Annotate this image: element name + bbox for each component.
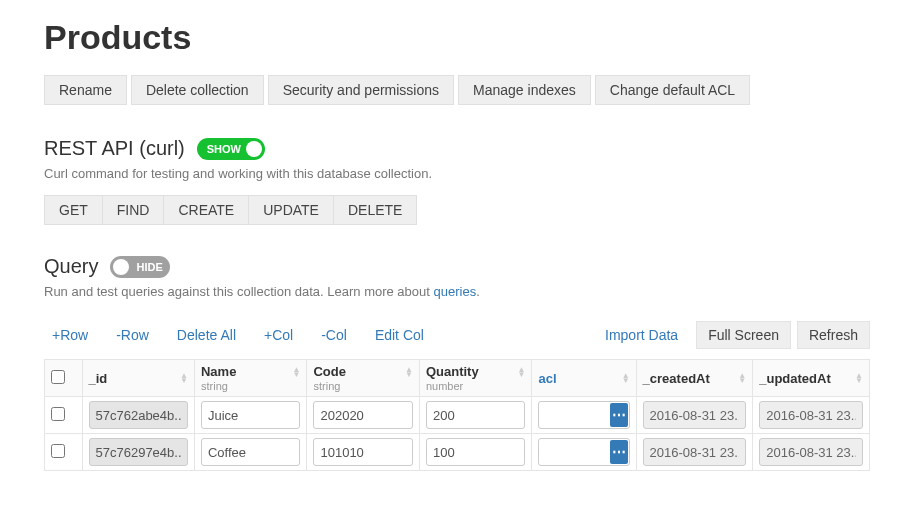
- column-header-name[interactable]: Name ▲▼ string: [194, 360, 306, 397]
- full-screen-button[interactable]: Full Screen: [696, 321, 791, 349]
- sort-icon: ▲▼: [855, 373, 863, 383]
- rest-api-toggle[interactable]: SHOW: [197, 138, 265, 160]
- rest-api-section: REST API (curl) SHOW Curl command for te…: [44, 137, 870, 229]
- import-data-button[interactable]: Import Data: [597, 323, 686, 347]
- row-checkbox[interactable]: [51, 444, 65, 458]
- change-default-acl-button[interactable]: Change default ACL: [595, 75, 750, 105]
- cell-updatedat[interactable]: [759, 401, 863, 429]
- cell-quantity[interactable]: [426, 438, 525, 466]
- query-description: Run and test queries against this collec…: [44, 284, 870, 299]
- toggle-label: HIDE: [136, 261, 162, 273]
- remove-row-button[interactable]: -Row: [108, 323, 157, 347]
- sort-icon: ▲▼: [738, 373, 746, 383]
- toggle-knob: [113, 259, 129, 275]
- rest-api-description: Curl command for testing and working wit…: [44, 166, 870, 181]
- rename-button[interactable]: Rename: [44, 75, 127, 105]
- add-col-button[interactable]: +Col: [256, 323, 301, 347]
- cell-code[interactable]: [313, 438, 412, 466]
- query-desc-suffix: .: [476, 284, 480, 299]
- rest-api-buttons: GET FIND CREATE UPDATE DELETE: [44, 195, 870, 229]
- find-button[interactable]: FIND: [102, 195, 164, 225]
- cell-createdat[interactable]: [643, 401, 747, 429]
- rest-api-heading: REST API (curl): [44, 137, 185, 160]
- collection-toolbar: Rename Delete collection Security and pe…: [44, 75, 870, 109]
- cell-id[interactable]: [89, 438, 188, 466]
- query-desc-prefix: Run and test queries against this collec…: [44, 284, 434, 299]
- column-header-quantity[interactable]: Quantity ▲▼ number: [419, 360, 531, 397]
- create-button[interactable]: CREATE: [163, 195, 248, 225]
- column-header-code[interactable]: Code ▲▼ string: [307, 360, 419, 397]
- select-all-checkbox[interactable]: [51, 370, 65, 384]
- column-name: _createdAt: [643, 371, 710, 386]
- refresh-button[interactable]: Refresh: [797, 321, 870, 349]
- select-all-header: [45, 360, 83, 397]
- column-type: string: [201, 380, 300, 392]
- remove-col-button[interactable]: -Col: [313, 323, 355, 347]
- table-row: ⋯: [45, 397, 870, 434]
- column-header-id[interactable]: _id ▲▼: [82, 360, 194, 397]
- delete-button[interactable]: DELETE: [333, 195, 417, 225]
- query-heading: Query: [44, 255, 98, 278]
- update-button[interactable]: UPDATE: [248, 195, 333, 225]
- column-type: number: [426, 380, 525, 392]
- cell-name[interactable]: [201, 401, 300, 429]
- sort-icon: ▲▼: [518, 367, 526, 377]
- row-checkbox[interactable]: [51, 407, 65, 421]
- sort-icon: ▲▼: [405, 367, 413, 377]
- delete-all-button[interactable]: Delete All: [169, 323, 244, 347]
- table-header-row: _id ▲▼ Name ▲▼ string: [45, 360, 870, 397]
- column-name: _id: [89, 371, 108, 386]
- cell-id[interactable]: [89, 401, 188, 429]
- table-action-bar: +Row -Row Delete All +Col -Col Edit Col …: [44, 321, 870, 349]
- manage-indexes-button[interactable]: Manage indexes: [458, 75, 591, 105]
- column-header-acl[interactable]: acl ▲▼: [532, 360, 636, 397]
- edit-col-button[interactable]: Edit Col: [367, 323, 432, 347]
- delete-collection-button[interactable]: Delete collection: [131, 75, 264, 105]
- acl-edit-button[interactable]: ⋯: [610, 440, 628, 464]
- acl-edit-button[interactable]: ⋯: [610, 403, 628, 427]
- data-table: _id ▲▼ Name ▲▼ string: [44, 359, 870, 471]
- cell-createdat[interactable]: [643, 438, 747, 466]
- sort-icon: ▲▼: [180, 373, 188, 383]
- column-type: string: [313, 380, 412, 392]
- cell-name[interactable]: [201, 438, 300, 466]
- cell-quantity[interactable]: [426, 401, 525, 429]
- column-name: Code: [313, 364, 346, 379]
- security-permissions-button[interactable]: Security and permissions: [268, 75, 454, 105]
- query-section: Query HIDE Run and test queries against …: [44, 255, 870, 299]
- sort-icon: ▲▼: [622, 373, 630, 383]
- cell-updatedat[interactable]: [759, 438, 863, 466]
- column-name: Quantity: [426, 364, 479, 379]
- get-button[interactable]: GET: [44, 195, 102, 225]
- toggle-knob: [246, 141, 262, 157]
- queries-link[interactable]: queries: [434, 284, 477, 299]
- column-name[interactable]: acl: [538, 371, 556, 386]
- cell-code[interactable]: [313, 401, 412, 429]
- table-row: ⋯: [45, 434, 870, 471]
- page-title: Products: [44, 18, 870, 57]
- column-header-createdat[interactable]: _createdAt ▲▼: [636, 360, 753, 397]
- query-toggle[interactable]: HIDE: [110, 256, 170, 278]
- column-name: Name: [201, 364, 236, 379]
- sort-icon: ▲▼: [293, 367, 301, 377]
- toggle-label: SHOW: [207, 143, 241, 155]
- column-name: _updatedAt: [759, 371, 831, 386]
- column-header-updatedat[interactable]: _updatedAt ▲▼: [753, 360, 870, 397]
- add-row-button[interactable]: +Row: [44, 323, 96, 347]
